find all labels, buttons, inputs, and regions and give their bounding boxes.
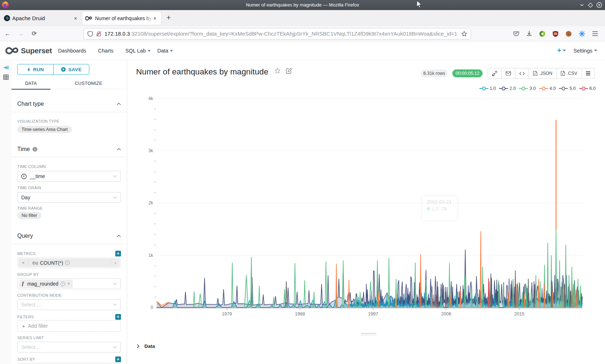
svg-text:?: ? xyxy=(67,261,69,264)
svg-text:1988: 1988 xyxy=(295,311,305,317)
svg-text:0: 0 xyxy=(151,305,153,310)
svg-text:2k: 2k xyxy=(148,200,153,205)
svg-text:1k: 1k xyxy=(148,253,153,258)
svg-text:3k: 3k xyxy=(148,148,153,153)
svg-text:4k: 4k xyxy=(148,96,153,101)
svg-text:2015: 2015 xyxy=(514,311,524,317)
svg-text:2006: 2006 xyxy=(441,311,451,317)
svg-text:?: ? xyxy=(62,282,64,286)
svg-text:1997: 1997 xyxy=(368,311,378,317)
svg-text:1979: 1979 xyxy=(222,311,232,317)
